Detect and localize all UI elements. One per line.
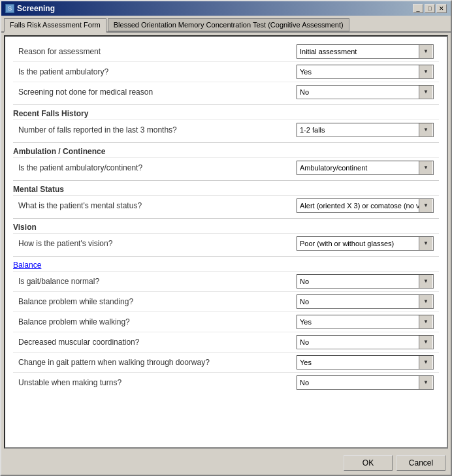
balance-link[interactable]: Balance	[13, 261, 41, 270]
label-screening-not-done: Screening not done for medical reason	[18, 87, 297, 97]
select-gait-doorway[interactable]: Yes No	[297, 355, 434, 370]
control-ambulatory: Yes No	[297, 65, 434, 79]
label-vision: How is the patient's vision?	[18, 239, 297, 248]
maximize-button[interactable]: □	[425, 4, 435, 13]
select-wrapper-gait-doorway: Yes No	[297, 355, 434, 370]
select-muscular-coordination[interactable]: Yes No	[297, 335, 434, 349]
label-gait-doorway: Change in gait pattern when walking thro…	[18, 358, 297, 367]
select-balance-standing[interactable]: Yes No	[297, 294, 434, 309]
control-vision: Normal Poor (with or without glasses) No…	[297, 236, 434, 251]
select-wrapper-ambulatory: Yes No	[297, 65, 434, 79]
row-balance-standing: Balance problem while standing? Yes No	[13, 291, 439, 311]
row-screening-not-done: Screening not done for medical reason No…	[13, 82, 439, 102]
label-mental-status: What is the patient's mental status?	[18, 201, 297, 210]
label-ambulatory-continent: Is the patient ambulatory/continent?	[18, 163, 297, 172]
select-unstable-turns[interactable]: Yes No	[297, 375, 434, 390]
tab-falls-risk[interactable]: Falls Risk Assessment Form	[4, 18, 106, 33]
select-balance-walking[interactable]: Yes No	[297, 315, 434, 329]
row-balance-walking: Balance problem while walking? Yes No	[13, 311, 439, 332]
section-header-mental-status: Mental Status	[13, 180, 439, 195]
label-reason: Reason for assessment	[18, 47, 297, 56]
control-unstable-turns: Yes No	[297, 375, 434, 390]
control-balance-walking: Yes No	[297, 315, 434, 329]
label-ambulatory: Is the patient ambulatory?	[18, 67, 297, 76]
select-wrapper-gait-normal: Yes No	[297, 274, 434, 289]
label-balance-standing: Balance problem while standing?	[18, 297, 297, 306]
control-falls-count: None 1-2 falls 3+ falls	[297, 123, 434, 137]
select-wrapper-ambulatory-continent: Ambulatory/continent Non-ambulatory Inco…	[297, 161, 434, 175]
row-unstable-turns: Unstable when making turns? Yes No	[13, 372, 439, 392]
row-vision: How is the patient's vision? Normal Poor…	[13, 233, 439, 253]
bottom-bar: OK Cancel	[1, 451, 451, 475]
label-balance-walking: Balance problem while walking?	[18, 317, 297, 326]
select-ambulatory[interactable]: Yes No	[297, 65, 434, 79]
control-mental-status: Alert (oriented X 3) or comatose (no vol…	[297, 198, 434, 213]
close-button[interactable]: ✕	[436, 4, 447, 13]
section-header-ambulation: Ambulation / Continence	[13, 142, 439, 157]
row-ambulatory-continent: Is the patient ambulatory/continent? Amb…	[13, 157, 439, 178]
select-falls-count[interactable]: None 1-2 falls 3+ falls	[297, 123, 434, 137]
control-gait-doorway: Yes No	[297, 355, 434, 370]
form-body: Reason for assessment Initial assessment…	[5, 37, 447, 398]
control-gait-normal: Yes No	[297, 274, 434, 289]
minimize-button[interactable]: _	[413, 4, 423, 13]
section-header-vision: Vision	[13, 218, 439, 233]
select-ambulatory-continent[interactable]: Ambulatory/continent Non-ambulatory Inco…	[297, 161, 434, 175]
title-bar: S Screening _ □ ✕	[1, 1, 451, 16]
form-content-area[interactable]: Reason for assessment Initial assessment…	[4, 35, 448, 449]
control-muscular-coordination: Yes No	[297, 335, 434, 349]
row-falls-count: Number of falls reported in the last 3 m…	[13, 119, 439, 140]
title-buttons: _ □ ✕	[413, 4, 447, 13]
select-mental-status[interactable]: Alert (oriented X 3) or comatose (no vol…	[297, 198, 434, 213]
select-wrapper-screening-not-done: No Yes	[297, 85, 434, 99]
control-ambulatory-continent: Ambulatory/continent Non-ambulatory Inco…	[297, 161, 434, 175]
tab-bar: Falls Risk Assessment Form Blessed Orien…	[1, 16, 451, 33]
screening-window: S Screening _ □ ✕ Falls Risk Assessment …	[0, 0, 452, 476]
control-screening-not-done: No Yes	[297, 85, 434, 99]
window-icon: S	[5, 4, 14, 13]
select-wrapper-reason: Initial assessment Follow-up Other	[297, 44, 434, 59]
row-gait-normal: Is gait/balance normal? Yes No	[13, 271, 439, 291]
row-mental-status: What is the patient's mental status? Ale…	[13, 195, 439, 215]
section-header-recent-falls: Recent Falls History	[13, 104, 439, 119]
label-gait-normal: Is gait/balance normal?	[18, 277, 297, 286]
select-wrapper-mental-status: Alert (oriented X 3) or comatose (no vol…	[297, 198, 434, 213]
row-gait-doorway: Change in gait pattern when walking thro…	[13, 352, 439, 372]
select-wrapper-balance-walking: Yes No	[297, 315, 434, 329]
control-reason: Initial assessment Follow-up Other	[297, 44, 434, 59]
row-muscular-coordination: Decreased muscular coordination? Yes No	[13, 332, 439, 352]
control-balance-standing: Yes No	[297, 294, 434, 309]
label-falls-count: Number of falls reported in the last 3 m…	[18, 125, 297, 135]
label-unstable-turns: Unstable when making turns?	[18, 378, 297, 387]
select-reason[interactable]: Initial assessment Follow-up Other	[297, 44, 434, 59]
select-wrapper-unstable-turns: Yes No	[297, 375, 434, 390]
select-vision[interactable]: Normal Poor (with or without glasses) No…	[297, 236, 434, 251]
select-screening-not-done[interactable]: No Yes	[297, 85, 434, 99]
select-wrapper-balance-standing: Yes No	[297, 294, 434, 309]
cancel-button[interactable]: Cancel	[396, 455, 445, 471]
select-gait-normal[interactable]: Yes No	[297, 274, 434, 289]
row-reason: Reason for assessment Initial assessment…	[13, 42, 439, 61]
tab-blessed[interactable]: Blessed Orientation Memory Concentration…	[108, 18, 349, 31]
label-muscular-coordination: Decreased muscular coordination?	[18, 338, 297, 347]
section-header-balance-row: Balance	[13, 256, 439, 271]
ok-button[interactable]: OK	[344, 455, 393, 471]
row-ambulatory: Is the patient ambulatory? Yes No	[13, 61, 439, 82]
title-bar-left: S Screening	[5, 4, 55, 13]
window-title: Screening	[17, 4, 55, 13]
select-wrapper-falls-count: None 1-2 falls 3+ falls	[297, 123, 434, 137]
select-wrapper-vision: Normal Poor (with or without glasses) No…	[297, 236, 434, 251]
select-wrapper-muscular-coordination: Yes No	[297, 335, 434, 349]
